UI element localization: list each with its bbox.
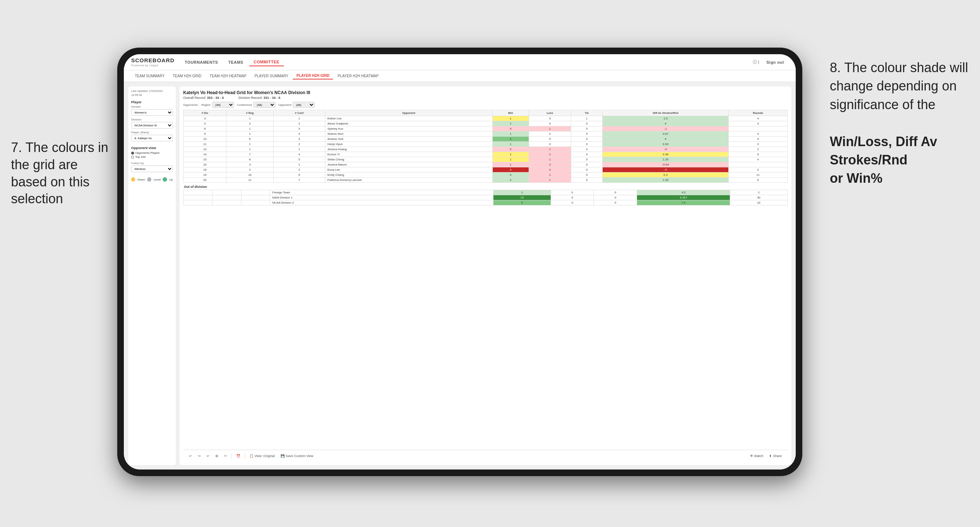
grid-area: Katelyn Vo Head-to-Head Grid for Women's…	[180, 86, 791, 465]
subnav-team-h2h-grid[interactable]: TEAM H2H GRID	[169, 73, 205, 79]
cell-opponent: Stella Cheng	[325, 157, 492, 162]
left-sidebar: Last Updated: 27/03/2024 16:55:38 Player…	[128, 86, 176, 465]
cell-loss: 0	[529, 121, 571, 126]
cell-rounds	[729, 126, 788, 132]
cell-conf: 3	[273, 137, 325, 142]
division-label: Division	[131, 118, 173, 121]
gender-label: Gender	[131, 105, 173, 108]
nav-tournaments[interactable]: TOURNAMENTS	[180, 59, 223, 66]
region-filter-select[interactable]: (All)	[212, 102, 234, 108]
out-of-division-table: Foreign Team 1 0 0 4.5 2 NAIA Division 1…	[183, 190, 788, 205]
cell-conf: 4	[273, 132, 325, 137]
opponents-filter-group: Region (All)	[201, 102, 234, 108]
cell-tie: 0	[571, 178, 603, 183]
cell-opponent: Foreign Team	[270, 190, 493, 195]
cell-win: 0	[492, 167, 529, 173]
table-row: 15 8 5 Stella Cheng 1 1 0 1.25 4	[183, 157, 788, 162]
cell-conf: 7	[273, 178, 325, 183]
cell-tie: 1	[571, 116, 603, 121]
region-filter-label: Region	[201, 103, 210, 106]
cell-diff: -3	[603, 147, 729, 152]
grid-title: Katelyn Vo Head-to-Head Grid for Women's…	[183, 90, 788, 95]
th-div: # Div	[183, 110, 226, 116]
cell-div: 6	[183, 126, 226, 132]
header-right: ⓘ | Sign out	[753, 59, 788, 66]
conference-filter-select[interactable]: (All)	[253, 102, 275, 108]
copy-btn[interactable]: ⊞	[214, 453, 220, 459]
th-win: Win	[492, 110, 529, 116]
timestamp: Last Updated: 27/03/2024 16:55:38	[131, 89, 173, 97]
save-custom-btn[interactable]: 💾 Save Custom View	[279, 453, 315, 459]
view-original-btn[interactable]: 📋 View: Original	[248, 453, 276, 459]
opponent-view-radios: Opponents Played Top 100	[131, 151, 173, 159]
cell-win: 4	[492, 173, 529, 178]
subnav-player-h2h-heatmap[interactable]: PLAYER H2H HEATMAP	[334, 73, 382, 79]
nav-teams[interactable]: TEAMS	[224, 59, 248, 66]
cell-conf: 2	[273, 167, 325, 173]
cut-btn[interactable]: ✂	[223, 453, 229, 459]
cell-conf: 6	[273, 173, 325, 178]
th-opponent: Opponent	[325, 110, 492, 116]
cell-div: 13	[183, 147, 226, 152]
undo-btn[interactable]: ↩	[188, 453, 193, 459]
opponents-filter-label: Opponents:	[183, 103, 198, 106]
cell-conf: 5	[273, 157, 325, 162]
cell-loss: 0	[550, 195, 594, 200]
redo-btn[interactable]: ↪	[196, 453, 202, 459]
gender-select[interactable]: Women's	[131, 109, 173, 116]
cell-conf	[241, 200, 270, 205]
radio-opponents-played[interactable]: Opponents Played	[131, 151, 173, 154]
radio-top100[interactable]: Top 100	[131, 155, 173, 159]
colour-by-select[interactable]: Win/loss	[131, 165, 173, 172]
cell-win: 1	[492, 132, 529, 137]
player-rank-select[interactable]: 8. Katelyn Vo	[131, 135, 173, 141]
cell-conf	[241, 195, 270, 200]
cell-rounds: 4	[729, 137, 788, 142]
cell-reg	[212, 195, 241, 200]
cell-reg: 8	[226, 157, 273, 162]
cell-diff: -5	[603, 167, 729, 173]
cell-rounds	[729, 162, 788, 167]
subnav-team-h2h-heatmap[interactable]: TEAM H2H HEATMAP	[206, 73, 250, 79]
colour-by-label: Colour by	[131, 162, 173, 165]
cell-tie: 0	[594, 200, 637, 205]
cell-opponent: Eunice Yi	[325, 152, 492, 157]
nav-committee[interactable]: COMMITTEE	[249, 58, 284, 66]
cell-loss: 0	[550, 200, 594, 205]
cell-div: 15	[183, 157, 226, 162]
cell-loss: 1	[529, 126, 571, 132]
undo2-btn[interactable]: ↩	[205, 453, 211, 459]
sign-out-btn[interactable]: Sign out	[762, 59, 788, 66]
cell-win: 2	[492, 178, 529, 183]
division-select[interactable]: NCAA Division III	[131, 122, 173, 129]
subnav-player-h2h-grid[interactable]: PLAYER H2H GRID	[293, 73, 333, 79]
cell-opponent: Sharon Mun	[325, 132, 492, 137]
watch-btn[interactable]: 👁 Watch	[748, 453, 765, 459]
cell-reg	[212, 200, 241, 205]
cell-rounds: 10	[730, 200, 788, 205]
cell-diff: 4	[603, 137, 729, 142]
cell-opponent: Jessica Mason	[325, 162, 492, 167]
cell-conf: 2	[273, 142, 325, 147]
legend-down-label: Down	[137, 178, 145, 181]
cell-tie: 0	[571, 121, 603, 126]
cell-tie: 0	[571, 137, 603, 142]
cell-rounds: 3	[729, 132, 788, 137]
opponent-filter-select[interactable]: (All)	[293, 102, 315, 108]
separator-icon: ⓘ |	[753, 59, 759, 65]
th-diff-av: Diff Av Strokes/Rnd	[603, 110, 729, 116]
cell-reg: 2	[226, 121, 273, 126]
cell-div	[183, 200, 213, 205]
cell-div: 11	[183, 142, 226, 147]
clock-btn[interactable]: ⏰	[235, 453, 242, 459]
cell-opponent: Heejo Hyun	[325, 142, 492, 147]
subnav-player-summary[interactable]: PLAYER SUMMARY	[251, 73, 292, 79]
share-btn[interactable]: ⬆ Share	[767, 453, 783, 459]
subnav-team-summary[interactable]: TEAM SUMMARY	[131, 73, 169, 79]
cell-diff: -1	[603, 126, 729, 132]
tablet-frame: SCOREBOARD Powered by clippd TOURNAMENTS…	[117, 48, 802, 476]
cell-reg: 10	[226, 173, 273, 178]
cell-diff: 4	[603, 121, 729, 126]
sub-nav: TEAM SUMMARY TEAM H2H GRID TEAM H2H HEAT…	[124, 70, 796, 82]
cell-win: 1	[492, 162, 529, 167]
